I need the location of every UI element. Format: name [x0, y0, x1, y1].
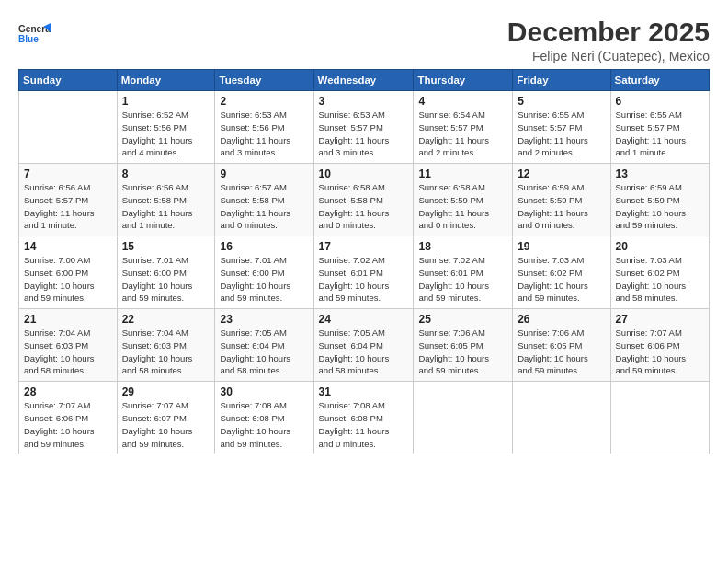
day-info: Sunrise: 7:02 AM Sunset: 6:01 PM Dayligh… [319, 254, 409, 304]
day-info: Sunrise: 6:53 AM Sunset: 5:57 PM Dayligh… [319, 109, 409, 159]
svg-text:Blue: Blue [18, 34, 39, 44]
day-info: Sunrise: 7:04 AM Sunset: 6:03 PM Dayligh… [122, 327, 210, 377]
calendar-cell: 4Sunrise: 6:54 AM Sunset: 5:57 PM Daylig… [414, 91, 513, 164]
weekday-header-row: SundayMondayTuesdayWednesdayThursdayFrid… [19, 70, 710, 91]
header: General Blue December 2025 Felipe Neri (… [18, 17, 710, 63]
calendar-cell: 24Sunrise: 7:05 AM Sunset: 6:04 PM Dayli… [313, 309, 414, 382]
calendar-cell: 22Sunrise: 7:04 AM Sunset: 6:03 PM Dayli… [117, 309, 215, 382]
day-info: Sunrise: 6:55 AM Sunset: 5:57 PM Dayligh… [518, 109, 605, 159]
day-number: 21 [24, 313, 112, 326]
day-info: Sunrise: 6:58 AM Sunset: 5:58 PM Dayligh… [319, 181, 409, 232]
calendar-cell: 9Sunrise: 6:57 AM Sunset: 5:58 PM Daylig… [215, 164, 313, 236]
day-number: 4 [418, 95, 507, 108]
day-info: Sunrise: 7:04 AM Sunset: 6:03 PM Dayligh… [24, 327, 112, 377]
day-number: 16 [220, 240, 308, 253]
calendar-cell: 20Sunrise: 7:03 AM Sunset: 6:02 PM Dayli… [610, 236, 709, 309]
calendar-cell: 26Sunrise: 7:06 AM Sunset: 6:05 PM Dayli… [513, 309, 610, 382]
day-number: 13 [616, 167, 704, 180]
day-info: Sunrise: 6:55 AM Sunset: 5:57 PM Dayligh… [616, 109, 704, 159]
weekday-tuesday: Tuesday [215, 70, 313, 91]
calendar-cell: 16Sunrise: 7:01 AM Sunset: 6:00 PM Dayli… [215, 236, 313, 309]
day-info: Sunrise: 6:53 AM Sunset: 5:56 PM Dayligh… [220, 109, 308, 159]
calendar-week-4: 21Sunrise: 7:04 AM Sunset: 6:03 PM Dayli… [19, 309, 710, 382]
day-info: Sunrise: 7:03 AM Sunset: 6:02 PM Dayligh… [616, 254, 704, 304]
day-info: Sunrise: 6:58 AM Sunset: 5:59 PM Dayligh… [418, 181, 507, 232]
day-info: Sunrise: 7:08 AM Sunset: 6:08 PM Dayligh… [319, 399, 409, 450]
day-info: Sunrise: 7:06 AM Sunset: 6:05 PM Dayligh… [418, 327, 507, 377]
calendar-week-1: 1Sunrise: 6:52 AM Sunset: 5:56 PM Daylig… [19, 91, 710, 164]
page: General Blue December 2025 Felipe Neri (… [0, 0, 728, 563]
calendar-cell: 10Sunrise: 6:58 AM Sunset: 5:58 PM Dayli… [313, 164, 414, 236]
calendar-cell: 28Sunrise: 7:07 AM Sunset: 6:06 PM Dayli… [19, 382, 118, 454]
day-info: Sunrise: 7:08 AM Sunset: 6:08 PM Dayligh… [220, 399, 308, 450]
calendar-cell: 27Sunrise: 7:07 AM Sunset: 6:06 PM Dayli… [610, 309, 709, 382]
day-number: 19 [518, 240, 605, 253]
day-number: 31 [319, 385, 409, 398]
weekday-saturday: Saturday [610, 70, 709, 91]
calendar-cell: 5Sunrise: 6:55 AM Sunset: 5:57 PM Daylig… [513, 91, 610, 164]
calendar-table: SundayMondayTuesdayWednesdayThursdayFrid… [18, 69, 710, 454]
day-number: 9 [220, 167, 308, 180]
day-info: Sunrise: 7:07 AM Sunset: 6:06 PM Dayligh… [616, 327, 704, 377]
day-number: 24 [319, 313, 409, 326]
day-number: 15 [122, 240, 210, 253]
title-block: December 2025 Felipe Neri (Cuatepec), Me… [507, 17, 710, 63]
day-info: Sunrise: 6:52 AM Sunset: 5:56 PM Dayligh… [122, 109, 210, 159]
day-info: Sunrise: 6:54 AM Sunset: 5:57 PM Dayligh… [418, 109, 507, 159]
day-number: 20 [616, 240, 704, 253]
day-number: 25 [418, 313, 507, 326]
calendar-cell: 13Sunrise: 6:59 AM Sunset: 5:59 PM Dayli… [610, 164, 709, 236]
calendar-cell [414, 382, 513, 454]
calendar-cell [513, 382, 610, 454]
day-number: 22 [122, 313, 210, 326]
calendar-cell [19, 91, 118, 164]
calendar-week-5: 28Sunrise: 7:07 AM Sunset: 6:06 PM Dayli… [19, 382, 710, 454]
day-number: 28 [24, 385, 112, 398]
day-number: 8 [122, 167, 210, 180]
calendar-cell: 18Sunrise: 7:02 AM Sunset: 6:01 PM Dayli… [414, 236, 513, 309]
day-number: 30 [220, 385, 308, 398]
day-number: 29 [122, 385, 210, 398]
day-info: Sunrise: 7:05 AM Sunset: 6:04 PM Dayligh… [220, 327, 308, 377]
day-info: Sunrise: 6:56 AM Sunset: 5:57 PM Dayligh… [24, 181, 112, 232]
calendar-cell: 14Sunrise: 7:00 AM Sunset: 6:00 PM Dayli… [19, 236, 118, 309]
day-info: Sunrise: 6:59 AM Sunset: 5:59 PM Dayligh… [518, 181, 605, 232]
calendar-cell: 17Sunrise: 7:02 AM Sunset: 6:01 PM Dayli… [313, 236, 414, 309]
day-number: 18 [418, 240, 507, 253]
day-number: 11 [418, 167, 507, 180]
calendar-cell: 3Sunrise: 6:53 AM Sunset: 5:57 PM Daylig… [313, 91, 414, 164]
day-info: Sunrise: 7:03 AM Sunset: 6:02 PM Dayligh… [518, 254, 605, 304]
day-info: Sunrise: 6:56 AM Sunset: 5:58 PM Dayligh… [122, 181, 210, 232]
calendar-cell: 1Sunrise: 6:52 AM Sunset: 5:56 PM Daylig… [117, 91, 215, 164]
day-number: 27 [616, 313, 704, 326]
day-number: 5 [518, 95, 605, 108]
weekday-friday: Friday [513, 70, 610, 91]
calendar-cell: 19Sunrise: 7:03 AM Sunset: 6:02 PM Dayli… [513, 236, 610, 309]
sub-title: Felipe Neri (Cuatepec), Mexico [507, 49, 710, 63]
weekday-monday: Monday [117, 70, 215, 91]
calendar-cell: 25Sunrise: 7:06 AM Sunset: 6:05 PM Dayli… [414, 309, 513, 382]
calendar-cell: 21Sunrise: 7:04 AM Sunset: 6:03 PM Dayli… [19, 309, 118, 382]
calendar-cell: 30Sunrise: 7:08 AM Sunset: 6:08 PM Dayli… [215, 382, 313, 454]
calendar-cell: 31Sunrise: 7:08 AM Sunset: 6:08 PM Dayli… [313, 382, 414, 454]
logo-bird-icon: General Blue [18, 17, 51, 50]
day-number: 1 [122, 95, 210, 108]
day-info: Sunrise: 7:06 AM Sunset: 6:05 PM Dayligh… [518, 327, 605, 377]
day-info: Sunrise: 6:59 AM Sunset: 5:59 PM Dayligh… [616, 181, 704, 232]
calendar-cell: 15Sunrise: 7:01 AM Sunset: 6:00 PM Dayli… [117, 236, 215, 309]
calendar-cell: 11Sunrise: 6:58 AM Sunset: 5:59 PM Dayli… [414, 164, 513, 236]
day-info: Sunrise: 7:05 AM Sunset: 6:04 PM Dayligh… [319, 327, 409, 377]
calendar-cell [610, 382, 709, 454]
calendar-cell: 7Sunrise: 6:56 AM Sunset: 5:57 PM Daylig… [19, 164, 118, 236]
day-info: Sunrise: 7:02 AM Sunset: 6:01 PM Dayligh… [418, 254, 507, 304]
day-number: 2 [220, 95, 308, 108]
calendar-cell: 8Sunrise: 6:56 AM Sunset: 5:58 PM Daylig… [117, 164, 215, 236]
calendar-cell: 23Sunrise: 7:05 AM Sunset: 6:04 PM Dayli… [215, 309, 313, 382]
main-title: December 2025 [507, 17, 710, 47]
day-number: 3 [319, 95, 409, 108]
weekday-wednesday: Wednesday [313, 70, 414, 91]
day-number: 23 [220, 313, 308, 326]
day-info: Sunrise: 7:01 AM Sunset: 6:00 PM Dayligh… [220, 254, 308, 304]
day-info: Sunrise: 7:07 AM Sunset: 6:07 PM Dayligh… [122, 399, 210, 450]
calendar-cell: 2Sunrise: 6:53 AM Sunset: 5:56 PM Daylig… [215, 91, 313, 164]
